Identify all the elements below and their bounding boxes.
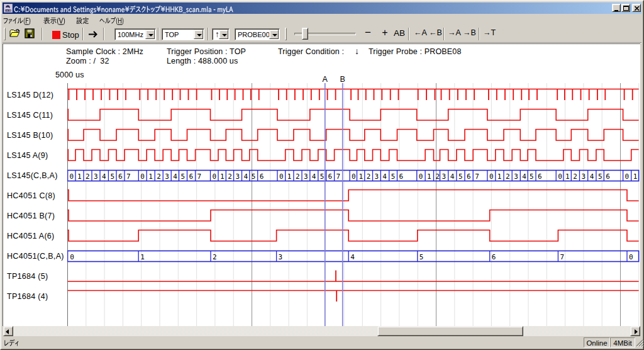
- svg-text:1: 1: [633, 172, 638, 181]
- svg-text:6: 6: [118, 172, 123, 181]
- svg-text:3: 3: [279, 253, 283, 261]
- toolbar-separator: [103, 28, 104, 40]
- svg-text:3: 3: [514, 172, 518, 181]
- waveform-plot[interactable]: 0123456701234567012345601234567012345601…: [67, 83, 640, 326]
- goto-cursor-b-button[interactable]: ←B: [429, 28, 440, 37]
- trigger-probe-combo[interactable]: PROBE00: [235, 28, 280, 40]
- svg-text:2: 2: [506, 172, 510, 181]
- save-file-button[interactable]: [25, 28, 38, 41]
- svg-text:0: 0: [69, 172, 74, 181]
- sampling-clock-combo[interactable]: 100MHz: [114, 28, 156, 40]
- svg-text:6: 6: [467, 172, 471, 181]
- set-cursor-a-button[interactable]: →A: [448, 28, 459, 37]
- svg-text:4: 4: [522, 172, 526, 181]
- svg-text:7: 7: [475, 172, 479, 181]
- svg-text:3: 3: [94, 172, 98, 181]
- scrollbar-thumb[interactable]: [377, 326, 523, 336]
- toolbar-separator: [443, 28, 445, 40]
- trigger-edge-combo[interactable]: ↑: [212, 28, 230, 40]
- svg-text:0: 0: [70, 253, 74, 261]
- channel-label: HC4051 A(6): [7, 232, 55, 240]
- svg-text:7: 7: [336, 172, 341, 181]
- zoom-slider-thumb[interactable]: [302, 28, 308, 40]
- chevron-down-icon: [272, 34, 277, 37]
- toolbar-separator: [208, 28, 209, 40]
- svg-text:6: 6: [399, 172, 404, 181]
- close-button[interactable]: [632, 4, 641, 12]
- maximize-button[interactable]: [621, 4, 630, 12]
- svg-text:5: 5: [181, 172, 186, 181]
- svg-text:4: 4: [350, 253, 355, 261]
- svg-text:4: 4: [382, 172, 387, 181]
- svg-text:5: 5: [252, 172, 256, 181]
- svg-text:0: 0: [140, 172, 145, 181]
- status-ready-text: [4, 338, 19, 350]
- svg-text:5: 5: [598, 172, 602, 181]
- goto-cursor-a-button[interactable]: ←A: [414, 28, 425, 37]
- run-arrow-icon: [87, 28, 102, 41]
- minimize-button[interactable]: [612, 4, 621, 12]
- svg-text:1: 1: [287, 172, 292, 181]
- toolbar-separator: [42, 28, 43, 40]
- stop-button[interactable]: Stop: [50, 28, 80, 41]
- svg-text:1: 1: [359, 172, 364, 181]
- combo-dropdown-button[interactable]: [145, 30, 155, 39]
- svg-text:0: 0: [558, 172, 562, 181]
- svg-text:1: 1: [148, 172, 153, 181]
- channel-label: TP1684 (5): [7, 272, 48, 281]
- zoom-in-button[interactable]: +: [379, 27, 391, 38]
- horizontal-scrollbar[interactable]: [3, 326, 640, 336]
- svg-text:0: 0: [352, 172, 356, 181]
- status-memory-badge: 4MBit: [610, 337, 635, 347]
- toolbar-grip[interactable]: [285, 28, 287, 40]
- channel-label: TP1684 (4): [7, 292, 48, 301]
- channel-label: LS145 B(10): [7, 131, 53, 140]
- svg-text:0: 0: [625, 172, 630, 181]
- titlebar[interactable]: [3, 3, 641, 14]
- trigger-probe-value: PROBE00: [238, 31, 270, 38]
- scroll-left-button[interactable]: [3, 326, 13, 336]
- svg-text:6: 6: [492, 253, 496, 261]
- svg-text:7: 7: [197, 172, 202, 181]
- combo-dropdown-button[interactable]: [219, 30, 228, 39]
- svg-text:4: 4: [244, 172, 248, 181]
- combo-dropdown-button[interactable]: [269, 30, 279, 39]
- svg-text:1: 1: [497, 172, 502, 181]
- menubar: [3, 14, 641, 26]
- toolbar-grip[interactable]: [4, 28, 6, 40]
- chevron-down-icon: [197, 34, 202, 37]
- channel-label: HC4051(C,B,A): [7, 252, 64, 261]
- resize-grip-icon[interactable]: [635, 339, 643, 347]
- svg-text:1: 1: [77, 172, 82, 181]
- save-floppy-icon: [25, 28, 36, 38]
- trigger-position-combo[interactable]: TOP: [162, 28, 204, 40]
- ab-cursors-button[interactable]: AB: [393, 28, 406, 38]
- svg-text:1: 1: [427, 172, 431, 181]
- goto-trigger-button[interactable]: →T: [483, 28, 494, 37]
- svg-text:4: 4: [173, 172, 177, 181]
- info-sample-clock: Sample Clock : 2MHz: [66, 47, 143, 56]
- svg-text:4: 4: [102, 172, 106, 181]
- run-button[interactable]: [87, 28, 102, 41]
- open-file-button[interactable]: [9, 28, 23, 41]
- chevron-down-icon: [222, 34, 227, 37]
- trigger-condition-arrow: ↓: [355, 46, 359, 56]
- svg-text:6: 6: [189, 172, 194, 181]
- svg-text:6: 6: [606, 172, 610, 181]
- scroll-right-button[interactable]: [630, 326, 640, 336]
- stop-square-icon: [52, 31, 60, 39]
- set-cursor-b-button[interactable]: →B: [463, 28, 474, 37]
- stop-button-label: Stop: [62, 30, 79, 40]
- zoom-out-button[interactable]: −: [362, 26, 374, 39]
- svg-text:2: 2: [157, 172, 161, 181]
- svg-text:1: 1: [140, 253, 145, 261]
- svg-text:3: 3: [304, 172, 308, 181]
- svg-text:4: 4: [590, 172, 594, 181]
- svg-text:6: 6: [328, 172, 333, 181]
- combo-dropdown-button[interactable]: [194, 30, 203, 39]
- svg-text:5: 5: [530, 172, 534, 181]
- svg-text:6: 6: [538, 172, 542, 181]
- svg-text:2: 2: [86, 172, 90, 181]
- svg-text:3: 3: [582, 172, 586, 181]
- svg-text:3: 3: [165, 172, 169, 181]
